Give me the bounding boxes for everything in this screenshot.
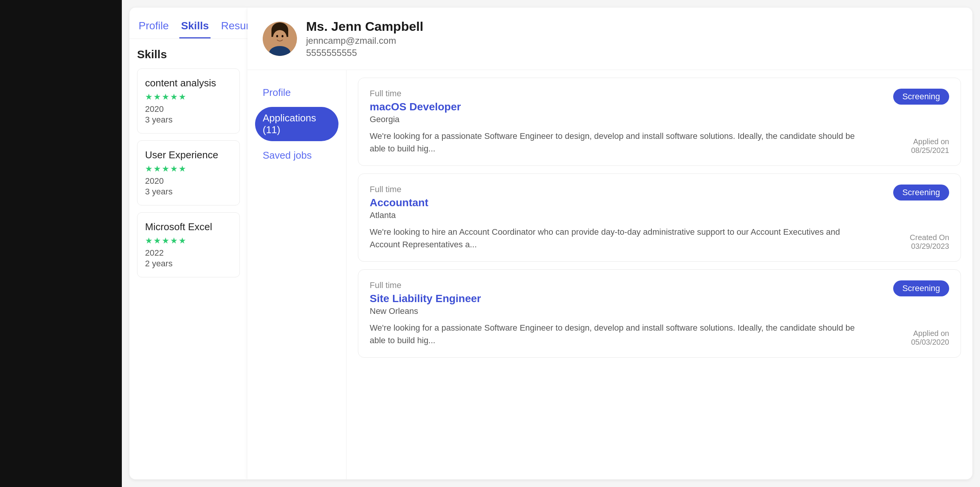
content-area: Profile Applications (11) Saved jobs Ful… — [247, 70, 972, 479]
job-meta: Screening Created On 03/29/2023 — [873, 185, 949, 251]
skill-name: Microsoft Excel — [145, 221, 232, 233]
job-date-label: Created On — [910, 233, 949, 242]
job-description: We're looking for a passionate Software … — [370, 130, 865, 155]
job-card-macos-developer: Full time macOS Developer Georgia We're … — [358, 78, 961, 166]
job-description: We're looking for a passionate Software … — [370, 321, 865, 347]
tab-skills[interactable]: Skills — [179, 15, 210, 38]
avatar — [263, 22, 297, 56]
black-background — [0, 0, 122, 487]
job-main: Full time Accountant Atlanta We're looki… — [370, 185, 865, 251]
tab-resume[interactable]: Resume — [220, 15, 247, 38]
skill-duration: 2 years — [145, 259, 232, 269]
skill-name: User Experience — [145, 149, 232, 161]
svg-point-4 — [276, 35, 278, 37]
job-location: Georgia — [370, 115, 865, 124]
job-type: Full time — [370, 89, 865, 99]
job-main: Full time macOS Developer Georgia We're … — [370, 89, 865, 155]
skill-year: 2020 — [145, 176, 232, 186]
skill-year: 2022 — [145, 248, 232, 258]
svg-point-3 — [273, 30, 287, 45]
left-panel: Profile Skills Resume Skills content ana… — [129, 8, 247, 479]
screening-badge: Screening — [893, 89, 949, 105]
skill-stars: ★★★★★ — [145, 92, 232, 102]
job-description: We're looking to hire an Account Coordin… — [370, 226, 865, 251]
nav-item-profile[interactable]: Profile — [255, 81, 338, 104]
skills-section: Skills content analysis ★★★★★ 2020 3 yea… — [129, 39, 247, 293]
profile-email: jenncamp@zmail.com — [306, 35, 423, 46]
skill-stars: ★★★★★ — [145, 164, 232, 174]
skill-duration: 3 years — [145, 115, 232, 125]
job-main: Full time Site Liability Engineer New Or… — [370, 280, 865, 347]
job-meta: Screening Applied on 08/25/2021 — [873, 89, 949, 155]
job-date: 08/25/2021 — [911, 146, 949, 155]
job-date: 03/29/2023 — [910, 242, 949, 251]
job-date-label: Applied on — [911, 329, 949, 338]
job-title[interactable]: Accountant — [370, 197, 865, 209]
job-type: Full time — [370, 185, 865, 194]
job-card-accountant: Full time Accountant Atlanta We're looki… — [358, 173, 961, 262]
nav-sidebar: Profile Applications (11) Saved jobs — [247, 70, 346, 479]
nav-item-saved-jobs[interactable]: Saved jobs — [255, 144, 338, 167]
screening-badge: Screening — [893, 280, 949, 296]
skills-title: Skills — [137, 48, 240, 61]
screening-badge: Screening — [893, 185, 949, 201]
job-card-site-liability-engineer: Full time Site Liability Engineer New Or… — [358, 269, 961, 358]
job-location: Atlanta — [370, 210, 865, 220]
skill-card-content-analysis: content analysis ★★★★★ 2020 3 years — [137, 68, 240, 134]
skill-card-microsoft-excel: Microsoft Excel ★★★★★ 2022 2 years — [137, 212, 240, 277]
skill-card-user-experience: User Experience ★★★★★ 2020 3 years — [137, 140, 240, 205]
job-date: 05/03/2020 — [911, 338, 949, 347]
job-listings: Full time macOS Developer Georgia We're … — [346, 70, 972, 479]
nav-item-applications[interactable]: Applications (11) — [255, 107, 338, 141]
skill-name: content analysis — [145, 77, 232, 89]
job-type: Full time — [370, 280, 865, 290]
job-location: New Orleans — [370, 306, 865, 316]
profile-info: Ms. Jenn Campbell jenncamp@zmail.com 555… — [306, 19, 423, 58]
profile-name: Ms. Jenn Campbell — [306, 19, 423, 34]
job-title[interactable]: Site Liability Engineer — [370, 293, 865, 305]
skill-stars: ★★★★★ — [145, 236, 232, 246]
profile-phone: 5555555555 — [306, 48, 423, 58]
svg-point-5 — [282, 35, 284, 37]
right-panel: Ms. Jenn Campbell jenncamp@zmail.com 555… — [247, 8, 972, 479]
tab-profile[interactable]: Profile — [137, 15, 170, 38]
main-container: Profile Skills Resume Skills content ana… — [122, 0, 980, 487]
skill-duration: 3 years — [145, 187, 232, 197]
job-meta: Screening Applied on 05/03/2020 — [873, 280, 949, 347]
job-title[interactable]: macOS Developer — [370, 101, 865, 113]
job-date-label: Applied on — [911, 137, 949, 146]
tabs-header: Profile Skills Resume — [129, 8, 247, 39]
profile-header: Ms. Jenn Campbell jenncamp@zmail.com 555… — [247, 8, 972, 70]
skill-year: 2020 — [145, 104, 232, 114]
